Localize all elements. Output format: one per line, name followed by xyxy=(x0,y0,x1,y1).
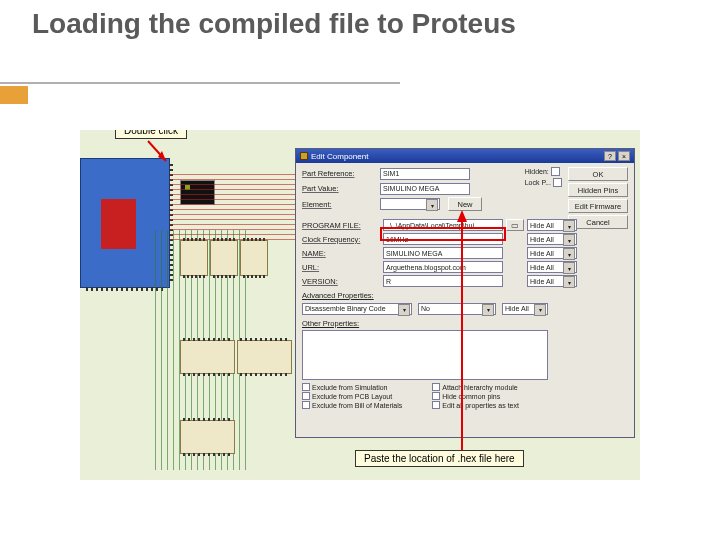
hide-combo-6[interactable]: Hide All xyxy=(502,303,548,315)
adv-props-label: Advanced Properties: xyxy=(302,291,628,300)
clock-label: Clock Frequency: xyxy=(302,235,380,244)
dialog-title: Edit Component xyxy=(311,152,368,161)
excl-bom-checkbox[interactable] xyxy=(302,401,310,409)
version-label: VERSION: xyxy=(302,277,380,286)
dialog-button-column: OK Hidden Pins Edit Firmware Cancel xyxy=(568,167,628,231)
hidden-checkbox[interactable] xyxy=(551,167,560,176)
hidden-pins-button[interactable]: Hidden Pins xyxy=(568,183,628,197)
dip-row-3 xyxy=(180,420,295,460)
proteus-screenshot: Double click Edit Component ? × OK Hi xyxy=(80,130,640,480)
dialog-body: OK Hidden Pins Edit Firmware Cancel Hidd… xyxy=(296,163,634,437)
dip-ic xyxy=(210,240,238,276)
top-right-checks: Hidden: Lock P... xyxy=(525,167,562,189)
program-file-label: PROGRAM FILE: xyxy=(302,221,380,230)
dip-ic-large xyxy=(237,340,292,374)
excl-sim-checkbox[interactable] xyxy=(302,383,310,391)
hide-combo-5[interactable]: Hide All xyxy=(527,275,577,287)
element-combo[interactable] xyxy=(380,198,440,210)
attach-hier-label: Attach hierarchy module xyxy=(442,384,517,391)
hide-pins-checkbox[interactable] xyxy=(432,392,440,400)
hide-combo-2[interactable]: Hide All xyxy=(527,233,577,245)
title-underline xyxy=(0,82,400,84)
excl-pcb-checkbox[interactable] xyxy=(302,392,310,400)
cancel-button[interactable]: Cancel xyxy=(568,215,628,229)
help-button[interactable]: ? xyxy=(604,151,616,161)
adv-prop-combo[interactable]: Disassemble Binary Code xyxy=(302,303,412,315)
excl-bom-label: Exclude from Bill of Materials xyxy=(312,402,402,409)
lockp-checkbox[interactable] xyxy=(553,178,562,187)
dip-row-2 xyxy=(180,340,295,380)
element-label: Element: xyxy=(302,200,380,209)
dip-ic-large xyxy=(180,340,235,374)
slide-accent xyxy=(0,86,28,104)
mcu-chip xyxy=(101,199,136,249)
dip-row-1 xyxy=(180,240,295,280)
excl-pcb-label: Exclude from PCB Layout xyxy=(312,393,392,400)
dip-ic-large xyxy=(180,420,235,454)
edit-firmware-button[interactable]: Edit Firmware xyxy=(568,199,628,213)
edit-text-checkbox[interactable] xyxy=(432,401,440,409)
version-field[interactable]: R xyxy=(383,275,503,287)
new-button[interactable]: New xyxy=(448,197,482,211)
bottom-checkboxes: Exclude from Simulation Exclude from PCB… xyxy=(302,383,628,409)
url-label: URL: xyxy=(302,263,380,272)
slide-title: Loading the compiled file to Proteus xyxy=(32,8,516,40)
hidden-label: Hidden: xyxy=(525,168,549,175)
dip-ic xyxy=(240,240,268,276)
attach-hier-checkbox[interactable] xyxy=(432,383,440,391)
hide-combo-4[interactable]: Hide All xyxy=(527,261,577,273)
part-val-label: Part Value: xyxy=(302,184,380,193)
hide-combo-1[interactable]: Hide All xyxy=(527,219,577,231)
dialog-icon xyxy=(300,152,308,160)
browse-icon[interactable]: ▭ xyxy=(506,219,524,231)
edit-component-dialog: Edit Component ? × OK Hidden Pins Edit F… xyxy=(295,148,635,438)
part-ref-field[interactable]: SIM1 xyxy=(380,168,470,180)
hide-combo-3[interactable]: Hide All xyxy=(527,247,577,259)
other-props-textarea[interactable] xyxy=(302,330,548,380)
name-field[interactable]: SIMULINO MEGA xyxy=(383,247,503,259)
dip-ic xyxy=(180,240,208,276)
hide-pins-label: Hide common pins xyxy=(442,393,500,400)
ok-button[interactable]: OK xyxy=(568,167,628,181)
adv-value-combo[interactable]: No xyxy=(418,303,496,315)
callout-double-click: Double click xyxy=(115,130,187,139)
other-props-label: Other Properties: xyxy=(302,319,628,328)
callout-paste-hex: Paste the location of .hex file here xyxy=(355,450,524,467)
part-val-field[interactable]: SIMULINO MEGA xyxy=(380,183,470,195)
close-button[interactable]: × xyxy=(618,151,630,161)
clock-field[interactable]: 16MHz xyxy=(383,233,503,245)
lockp-label: Lock P... xyxy=(525,179,551,186)
part-ref-label: Part Reference: xyxy=(302,169,380,178)
program-file-field[interactable]: ..\..\AppData\Local\Temp\bui xyxy=(383,219,503,231)
edit-text-label: Edit all properties as text xyxy=(442,402,519,409)
dialog-titlebar[interactable]: Edit Component ? × xyxy=(296,149,634,163)
url-field[interactable]: Arguethena.blogspot.com xyxy=(383,261,503,273)
excl-sim-label: Exclude from Simulation xyxy=(312,384,387,391)
name-label: NAME: xyxy=(302,249,380,258)
